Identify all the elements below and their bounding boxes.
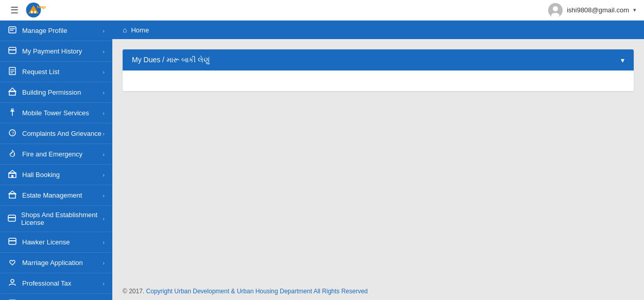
user-avatar	[548, 3, 563, 17]
sidebar-item-manage-profile-chevron-icon: ›	[103, 28, 105, 34]
sidebar-item-request-list[interactable]: Request List›	[0, 62, 112, 82]
sidebar-item-property-tax[interactable]: Property Tax›	[0, 294, 112, 300]
sidebar-item-payment-history-label: My Payment History	[22, 47, 82, 55]
user-menu[interactable]: ishi9808@gmail.com ▾	[548, 3, 636, 17]
panel-toggle-icon: ▾	[621, 56, 624, 64]
sidebar-item-hawker-license-label: Hawker License	[22, 238, 70, 246]
sidebar-item-hall-booking-label: Hall Booking	[22, 171, 60, 179]
manage-profile-icon	[8, 26, 17, 36]
sidebar-item-payment-history[interactable]: My Payment History›	[0, 41, 112, 62]
sidebar-item-estate-management[interactable]: Estate Management›	[0, 185, 112, 206]
sidebar-item-building-permission[interactable]: Building Permission›	[0, 82, 112, 103]
payment-history-icon	[8, 46, 17, 56]
hamburger-icon: ☰	[10, 5, 19, 15]
sidebar-item-building-permission-chevron-icon: ›	[103, 90, 105, 96]
svg-point-6	[553, 6, 558, 11]
sidebar-item-hall-booking[interactable]: Hall Booking›	[0, 165, 112, 185]
fire-emergency-icon	[8, 149, 17, 159]
hamburger-button[interactable]: ☰	[8, 2, 21, 19]
sidebar-item-fire-emergency[interactable]: Fire and Emergency›	[0, 144, 112, 165]
main-layout: Manage Profile›My Payment History›Reques…	[0, 21, 644, 300]
panel-header[interactable]: My Dues / મારૂ બાકી લેણું ▾	[123, 49, 634, 70]
breadcrumb-home-label[interactable]: Home	[131, 26, 149, 34]
building-permission-icon	[8, 87, 17, 97]
svg-rect-16	[10, 73, 13, 73]
svg-text:?: ?	[12, 131, 14, 136]
sidebar-item-estate-management-label: Estate Management	[22, 191, 82, 199]
professional-tax-icon	[8, 278, 17, 288]
sidebar-item-shops-establishment-chevron-icon: ›	[103, 216, 105, 222]
dues-panel: My Dues / મારૂ બાકી લેણું ▾	[123, 49, 634, 91]
app-logo: Nagar	[25, 1, 46, 19]
request-list-icon	[8, 67, 17, 77]
sidebar-item-estate-management-chevron-icon: ›	[103, 192, 105, 199]
svg-rect-14	[10, 69, 14, 70]
sidebar-item-request-list-label: Request List	[22, 68, 59, 76]
svg-rect-9	[10, 28, 15, 29]
sidebar-item-complaints[interactable]: ?Complaints And Grievance›	[0, 123, 112, 144]
sidebar-item-fire-emergency-chevron-icon: ›	[103, 151, 105, 157]
sidebar-item-complaints-chevron-icon: ›	[103, 131, 105, 137]
sidebar-item-professional-tax[interactable]: Professional Tax›	[0, 273, 112, 294]
svg-point-33	[11, 279, 14, 283]
svg-text:Nagar: Nagar	[37, 5, 46, 9]
sidebar-item-professional-tax-chevron-icon: ›	[103, 280, 105, 287]
svg-rect-10	[10, 30, 13, 31]
sidebar-item-hawker-license-chevron-icon: ›	[103, 239, 105, 245]
sidebar-item-manage-profile[interactable]: Manage Profile›	[0, 21, 112, 41]
footer-link[interactable]: Copyright Urban Development & Urban Hous…	[146, 288, 368, 295]
sidebar-item-hawker-license[interactable]: Hawker License›	[0, 232, 112, 253]
sidebar-item-mobile-tower[interactable]: Mobile Tower Services›	[0, 103, 112, 123]
sidebar-item-fire-emergency-label: Fire and Emergency	[22, 150, 82, 158]
top-header: ☰ Nagar ishi9808@gmail.com ▾	[0, 0, 644, 21]
svg-rect-26	[11, 175, 13, 178]
complaints-icon: ?	[8, 129, 17, 138]
sidebar-item-mobile-tower-chevron-icon: ›	[103, 110, 105, 116]
sidebar-item-building-permission-label: Building Permission	[22, 89, 81, 96]
sidebar-item-marriage-application-label: Marriage Application	[22, 259, 83, 267]
sidebar-item-request-list-chevron-icon: ›	[103, 69, 105, 75]
sidebar-item-marriage-application[interactable]: Marriage Application›	[0, 253, 112, 273]
mobile-tower-icon	[8, 108, 17, 118]
footer: © 2017. Copyright Urban Development & Ur…	[112, 283, 644, 300]
svg-rect-15	[10, 71, 14, 72]
svg-rect-2	[31, 11, 32, 13]
svg-rect-32	[9, 240, 16, 241]
svg-rect-30	[8, 217, 15, 218]
sidebar: Manage Profile›My Payment History›Reques…	[0, 21, 112, 300]
sidebar-item-shops-establishment[interactable]: Shops And Establishment License›	[0, 206, 112, 232]
sidebar-item-payment-history-chevron-icon: ›	[103, 48, 105, 55]
user-email-label: ishi9808@gmail.com	[567, 6, 629, 14]
sidebar-item-marriage-application-chevron-icon: ›	[103, 260, 105, 266]
sidebar-item-manage-profile-label: Manage Profile	[22, 27, 67, 34]
breadcrumb: ⌂ Home	[112, 21, 644, 39]
panel-body	[123, 70, 634, 91]
hawker-license-icon	[8, 237, 17, 247]
marriage-application-icon	[8, 258, 17, 268]
home-icon: ⌂	[123, 26, 127, 34]
footer-copy: © 2017.	[123, 288, 144, 295]
svg-rect-3	[35, 11, 36, 13]
user-menu-chevron-icon: ▾	[633, 7, 636, 13]
content-area: ⌂ Home My Dues / મારૂ બાકી લેણું ▾ © 201…	[112, 21, 644, 300]
sidebar-item-hall-booking-chevron-icon: ›	[103, 172, 105, 178]
panel-title: My Dues / મારૂ બાકી લેણું	[132, 56, 210, 64]
estate-management-icon	[8, 190, 17, 200]
sidebar-item-mobile-tower-label: Mobile Tower Services	[22, 109, 89, 117]
hall-booking-icon	[8, 170, 17, 180]
content-spacer	[112, 101, 644, 283]
sidebar-item-professional-tax-label: Professional Tax	[22, 279, 71, 287]
sidebar-item-complaints-label: Complaints And Grievance	[22, 130, 101, 137]
shops-establishment-icon	[8, 214, 16, 224]
svg-rect-12	[9, 49, 16, 50]
sidebar-item-shops-establishment-label: Shops And Establishment License	[21, 211, 103, 226]
logo-area: ☰ Nagar	[8, 1, 46, 19]
